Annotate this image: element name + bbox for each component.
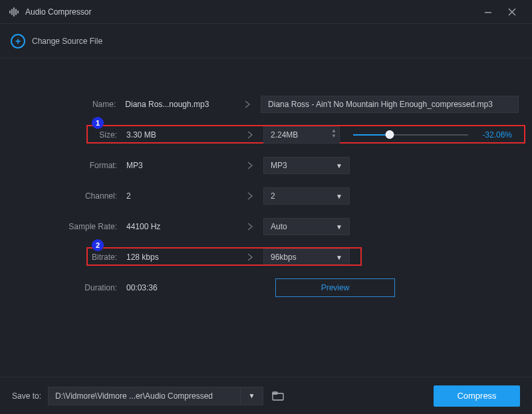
label-name: Name: bbox=[13, 100, 125, 109]
size-spinner[interactable]: 2.24MB ▲▼ bbox=[263, 126, 340, 144]
svg-rect-2 bbox=[13, 7, 15, 17]
row-bitrate: 2 Bitrate: 128 kbps 96kbps ▼ bbox=[13, 242, 519, 272]
annotation-badge-2: 2 bbox=[92, 239, 104, 251]
preview-label: Preview bbox=[321, 283, 350, 292]
format-selected: MP3 bbox=[271, 161, 287, 170]
row-name: Name: Diana Ros...nough.mp3 Diana Ross -… bbox=[13, 89, 519, 120]
source-size: 3.30 MB bbox=[126, 130, 237, 140]
spinner-arrows-icon[interactable]: ▲▼ bbox=[331, 128, 336, 139]
svg-rect-1 bbox=[11, 9, 13, 15]
source-sample-rate: 44100 Hz bbox=[126, 222, 237, 231]
compress-button[interactable]: Compress bbox=[434, 385, 520, 407]
channel-selected: 2 bbox=[271, 191, 275, 201]
compress-label: Compress bbox=[457, 391, 496, 401]
label-duration: Duration: bbox=[13, 283, 126, 292]
size-percent: -32.06% bbox=[476, 130, 512, 140]
arrow-icon bbox=[237, 191, 263, 201]
svg-rect-0 bbox=[9, 10, 11, 13]
chevron-down-icon: ▼ bbox=[249, 392, 255, 399]
source-bitrate: 128 kbps bbox=[126, 253, 237, 262]
chevron-down-icon: ▼ bbox=[336, 162, 342, 169]
window-title: Audio Compressor bbox=[25, 7, 91, 17]
label-bitrate: Bitrate: bbox=[13, 253, 126, 262]
arrow-icon bbox=[234, 100, 261, 109]
toolbar: + Change Source File bbox=[0, 24, 532, 58]
close-button[interactable] bbox=[500, 0, 524, 24]
slider-thumb[interactable] bbox=[386, 130, 394, 139]
save-path-text: D:\Vidmore\Vidmore ...er\Audio Compresse… bbox=[55, 391, 213, 401]
preview-button[interactable]: Preview bbox=[275, 278, 395, 297]
settings-panel: Name: Diana Ros...nough.mp3 Diana Ross -… bbox=[0, 58, 532, 303]
arrow-icon bbox=[237, 222, 263, 231]
row-sample-rate: Sample Rate: 44100 Hz Auto ▼ bbox=[13, 211, 519, 242]
chevron-down-icon: ▼ bbox=[336, 223, 342, 231]
save-path-field[interactable]: D:\Vidmore\Vidmore ...er\Audio Compresse… bbox=[48, 387, 241, 405]
sample-rate-selected: Auto bbox=[271, 222, 287, 231]
source-channel: 2 bbox=[126, 191, 237, 201]
row-format: Format: MP3 MP3 ▼ bbox=[13, 150, 519, 181]
row-size: 1 Size: 3.30 MB 2.24MB ▲▼ -32.06% bbox=[13, 120, 519, 150]
annotation-badge-1: 1 bbox=[92, 117, 104, 129]
sample-rate-dropdown[interactable]: Auto ▼ bbox=[263, 218, 350, 235]
slider-fill bbox=[353, 134, 390, 136]
bitrate-selected: 96kbps bbox=[271, 253, 297, 262]
plus-icon: + bbox=[11, 34, 25, 49]
arrow-icon bbox=[237, 161, 263, 170]
folder-icon bbox=[272, 391, 284, 401]
source-duration: 00:03:36 bbox=[126, 283, 237, 292]
bitrate-dropdown[interactable]: 96kbps ▼ bbox=[263, 249, 350, 266]
output-name-field[interactable]: Diana Ross - Ain't No Mountain High Enou… bbox=[261, 96, 519, 113]
source-name: Diana Ros...nough.mp3 bbox=[125, 100, 234, 109]
size-slider[interactable]: -32.06% bbox=[340, 130, 519, 140]
slider-track bbox=[353, 134, 468, 136]
channel-dropdown[interactable]: 2 ▼ bbox=[263, 187, 350, 205]
svg-rect-4 bbox=[17, 10, 19, 13]
source-format: MP3 bbox=[126, 161, 237, 170]
audio-compressor-icon bbox=[8, 6, 20, 18]
footer: Save to: D:\Vidmore\Vidmore ...er\Audio … bbox=[0, 377, 532, 414]
arrow-icon bbox=[237, 253, 263, 262]
size-output-text: 2.24MB bbox=[271, 130, 298, 140]
open-folder-button[interactable] bbox=[269, 387, 287, 405]
label-size: Size: bbox=[13, 130, 126, 140]
save-path-dropdown[interactable]: ▼ bbox=[241, 387, 263, 405]
save-to-label: Save to: bbox=[12, 391, 41, 401]
arrow-icon bbox=[237, 130, 263, 140]
minimize-button[interactable] bbox=[476, 0, 500, 24]
output-name-text: Diana Ross - Ain't No Mountain High Enou… bbox=[268, 100, 493, 109]
chevron-down-icon: ▼ bbox=[336, 193, 342, 200]
row-duration: Duration: 00:03:36 Preview bbox=[13, 272, 519, 303]
row-channel: Channel: 2 2 ▼ bbox=[13, 181, 519, 211]
titlebar: Audio Compressor bbox=[0, 0, 532, 24]
svg-rect-3 bbox=[15, 9, 17, 15]
change-source-label: Change Source File bbox=[32, 37, 102, 46]
chevron-down-icon: ▼ bbox=[336, 254, 342, 261]
format-dropdown[interactable]: MP3 ▼ bbox=[263, 157, 350, 174]
label-sample-rate: Sample Rate: bbox=[13, 222, 126, 231]
svg-rect-5 bbox=[485, 12, 491, 13]
label-channel: Channel: bbox=[13, 191, 126, 201]
label-format: Format: bbox=[13, 161, 126, 170]
change-source-button[interactable]: + Change Source File bbox=[11, 34, 102, 49]
